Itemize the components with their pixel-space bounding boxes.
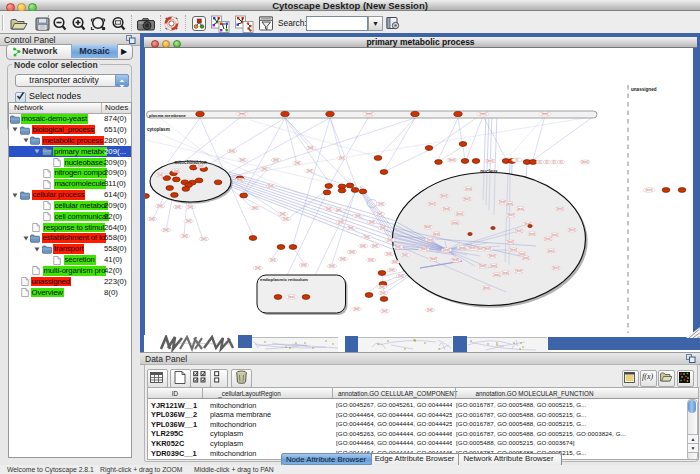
svg-text:(text): (text) [547,249,554,253]
svg-text:(t): (t) [546,160,549,164]
svg-text:(txt): (txt) [174,169,179,173]
svg-text:(txt): (txt) [198,164,203,168]
svg-text:unassigned: unassigned [631,87,657,92]
svg-text:plasma membrane: plasma membrane [149,113,186,118]
svg-text:(text): (text) [483,286,490,290]
svg-text:(txt): (txt) [326,207,331,211]
svg-text:(txt): (txt) [182,234,187,238]
svg-text:(txt): (txt) [270,258,275,262]
svg-text:(text): (text) [433,232,440,236]
svg-text:(txt): (txt) [240,158,245,162]
svg-text:(txt): (txt) [307,169,312,173]
svg-text:(text): (text) [544,237,551,241]
svg-text:(txt): (txt) [380,226,385,230]
svg-text:(mm): (mm) [365,112,372,116]
svg-text:(txt): (txt) [201,237,206,241]
svg-text:(t): (t) [516,158,519,162]
svg-text:(txt): (txt) [340,257,345,261]
svg-text:(txt): (txt) [377,212,382,216]
svg-text:(text): (text) [517,207,524,211]
svg-text:(text): (text) [493,273,500,277]
svg-text:(txt): (txt) [149,217,154,221]
svg-text:(txt): (txt) [398,274,403,278]
svg-text:(text): (text) [463,197,470,201]
svg-text:(text): (text) [515,229,522,233]
svg-text:(text): (text) [490,264,497,268]
svg-text:(txt): (txt) [295,161,300,165]
svg-text:(text): (text) [581,160,588,164]
svg-text:(txt): (txt) [338,220,343,224]
svg-text:(text): (text) [479,264,486,268]
svg-text:(txt): (txt) [339,156,344,160]
svg-text:(txt): (txt) [392,260,397,264]
svg-text:(txt): (txt) [389,268,394,272]
svg-text:(text): (text) [556,207,563,211]
svg-text:(text): (text) [443,248,450,252]
svg-text:(txt): (txt) [262,167,267,171]
svg-text:(text): (text) [486,159,493,163]
svg-text:(txt): (txt) [348,226,353,230]
svg-text:(text): (text) [552,266,559,270]
svg-text:(text): (text) [645,188,652,192]
svg-text:(txt): (txt) [369,220,374,224]
svg-text:(text): (text) [529,232,536,236]
svg-text:(txt): (txt) [229,149,234,153]
svg-text:(text): (text) [420,247,427,251]
svg-text:(mm): (mm) [541,112,548,116]
svg-text:(txt): (txt) [382,309,387,313]
svg-text:(txt): (txt) [268,184,273,188]
svg-text:(txt): (txt) [349,250,354,254]
svg-text:(txt): (txt) [372,244,377,248]
svg-text:(txt): (txt) [354,307,359,311]
svg-text:(txt): (txt) [379,285,384,289]
svg-text:(text): (text) [507,240,514,244]
svg-text:(t): (t) [539,160,542,164]
svg-text:(text): (text) [510,248,517,252]
svg-text:(text): (text) [424,225,431,229]
svg-text:(text): (text) [469,246,476,250]
svg-text:(text): (text) [489,254,496,258]
svg-text:(txt): (txt) [280,212,285,216]
svg-text:(text): (text) [443,207,450,211]
svg-text:(txt): (txt) [158,173,163,177]
svg-text:(text): (text) [502,271,509,275]
svg-text:cytoplasm: cytoplasm [147,127,170,132]
svg-text:(txt): (txt) [395,245,400,249]
svg-text:(t): (t) [553,160,556,164]
svg-text:(text): (text) [484,247,491,251]
svg-text:(txt): (txt) [163,228,168,232]
svg-text:(txt): (txt) [427,308,432,312]
svg-text:(text): (text) [452,221,459,225]
svg-text:(text): (text) [448,158,455,162]
svg-text:(txt): (txt) [252,206,257,210]
svg-text:(txt): (txt) [188,205,193,209]
svg-text:(txt): (txt) [329,264,334,268]
svg-text:(text): (text) [515,269,522,273]
svg-text:(txt): (txt) [380,291,385,295]
svg-text:(txt): (txt) [364,235,369,239]
svg-text:(txt): (txt) [237,178,242,182]
svg-text:(text): (text) [506,202,513,206]
svg-text:(text): (text) [456,212,463,216]
svg-text:(txt): (txt) [360,244,365,248]
svg-text:(txt): (txt) [301,263,306,267]
svg-text:(txt): (txt) [175,205,180,209]
svg-text:(txt): (txt) [387,238,392,242]
svg-text:(mm): (mm) [238,112,245,116]
svg-text:(text): (text) [428,202,435,206]
svg-text:(text): (text) [440,194,447,198]
svg-text:(txt): (txt) [186,219,191,223]
svg-text:(text): (text) [459,246,466,250]
svg-text:(txt): (txt) [255,266,260,270]
svg-text:(text): (text) [465,187,472,191]
svg-text:(txt): (txt) [355,214,360,218]
svg-text:(text): (text) [551,233,558,237]
svg-text:(text): (text) [430,257,437,261]
svg-text:(txt): (txt) [157,204,162,208]
svg-text:(txt): (txt) [336,208,341,212]
svg-text:(text): (text) [288,295,295,299]
svg-text:(txt): (txt) [386,252,391,256]
svg-text:(mm): (mm) [479,112,486,116]
svg-text:(txt): (txt) [402,253,407,257]
svg-text:(text): (text) [427,238,434,242]
